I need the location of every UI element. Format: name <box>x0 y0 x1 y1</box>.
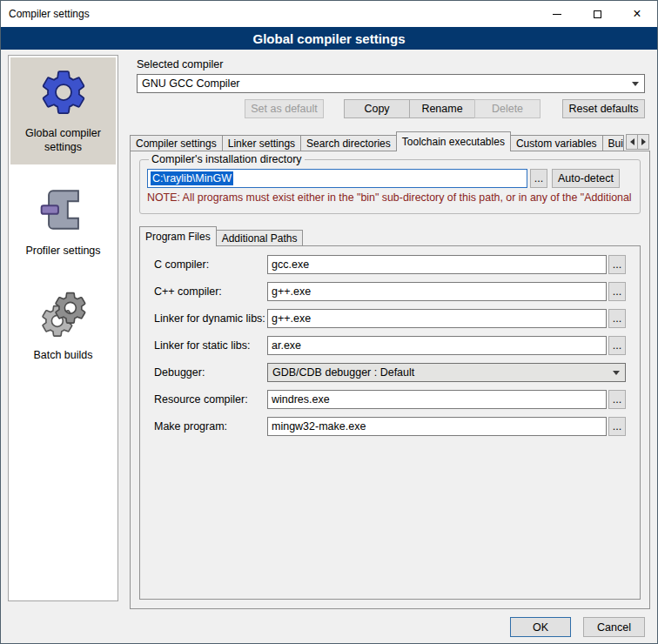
sidebar-item-label: Profiler settings <box>25 245 100 258</box>
linker-dynamic-browse-button[interactable]: ... <box>608 309 626 328</box>
reset-defaults-button[interactable]: Reset defaults <box>562 99 645 118</box>
debugger-select-value: GDB/CDB debugger : Default <box>272 366 414 379</box>
compiler-select[interactable]: GNU GCC Compiler <box>137 74 645 93</box>
cpp-compiler-input[interactable] <box>267 282 607 301</box>
sidebar-item-label: Global compiler settings <box>12 127 114 154</box>
close-icon: × <box>633 7 641 21</box>
tab-custom-variables[interactable]: Custom variables <box>510 135 603 151</box>
field-label: Debugger: <box>154 366 267 379</box>
field-row-make-program: Make program: ... <box>154 417 626 436</box>
sidebar-item-profiler-settings[interactable]: Profiler settings <box>10 175 116 269</box>
auto-detect-button[interactable]: Auto-detect <box>552 169 620 188</box>
ok-button[interactable]: OK <box>510 617 571 637</box>
compiler-settings-dialog: Compiler settings × Global compiler sett… <box>0 0 658 644</box>
field-label: Make program: <box>154 420 267 433</box>
field-label: C compiler: <box>154 258 267 271</box>
field-row-linker-static: Linker for static libs: ... <box>154 336 626 355</box>
settings-category-list: Global compiler settings Profiler settin… <box>8 55 118 601</box>
installation-directory-legend: Compiler's installation directory <box>149 153 305 165</box>
window-title: Compiler settings <box>9 8 90 20</box>
installation-directory-value: C:\raylib\MinGW <box>151 171 233 185</box>
tab-search-directories[interactable]: Search directories <box>300 135 397 151</box>
sidebar-item-batch-builds[interactable]: Batch builds <box>10 279 116 373</box>
chevron-down-icon <box>613 371 620 375</box>
cancel-button[interactable]: Cancel <box>583 617 645 637</box>
tab-linker-settings[interactable]: Linker settings <box>222 135 301 151</box>
tab-scroll-buttons <box>626 134 649 150</box>
delete-button: Delete <box>474 99 540 118</box>
linker-static-input[interactable] <box>267 336 607 355</box>
tab-toolchain-executables[interactable]: Toolchain executables <box>396 131 511 151</box>
minimize-button[interactable] <box>537 1 577 27</box>
dialog-header: Global compiler settings <box>1 27 657 50</box>
field-label: Resource compiler: <box>154 393 267 406</box>
field-row-debugger: Debugger: GDB/CDB debugger : Default <box>154 363 626 382</box>
note-text: NOTE: All programs must exist either in … <box>147 191 633 204</box>
browse-directory-button[interactable]: ... <box>530 169 547 188</box>
subtab-program-files[interactable]: Program Files <box>139 226 217 246</box>
c-compiler-input[interactable] <box>267 255 607 274</box>
gear-blue-icon <box>36 64 91 120</box>
set-as-default-button: Set as default <box>245 99 324 118</box>
c-compiler-browse-button[interactable]: ... <box>608 255 626 274</box>
program-files-page: C compiler: ... C++ compiler: ... Linker… <box>139 245 641 600</box>
arrow-left-icon <box>630 138 634 145</box>
sidebar-item-global-compiler-settings[interactable]: Global compiler settings <box>10 57 116 164</box>
tab-scroll-right-button[interactable] <box>637 134 649 150</box>
make-program-input[interactable] <box>267 417 607 436</box>
arrow-right-icon <box>641 138 646 145</box>
tab-compiler-settings[interactable]: Compiler settings <box>130 135 223 151</box>
maximize-icon <box>594 10 601 18</box>
minimize-icon <box>553 14 561 15</box>
chevron-down-icon <box>632 82 639 86</box>
tab-build-options[interactable]: Buil <box>602 135 624 151</box>
linker-dynamic-input[interactable] <box>267 309 607 328</box>
field-row-c-compiler: C compiler: ... <box>154 255 626 274</box>
field-label: Linker for dynamic libs: <box>154 312 267 325</box>
gears-gray-icon <box>36 286 91 342</box>
subtab-additional-paths[interactable]: Additional Paths <box>216 230 304 246</box>
installation-directory-row: C:\raylib\MinGW ... Auto-detect <box>147 169 633 188</box>
tab-scroll-left-button[interactable] <box>626 134 638 150</box>
cpp-compiler-browse-button[interactable]: ... <box>608 282 626 301</box>
make-program-browse-button[interactable]: ... <box>608 417 626 436</box>
resource-compiler-input[interactable] <box>267 390 607 409</box>
rename-button[interactable]: Rename <box>409 99 475 118</box>
profiler-clamp-icon <box>36 182 91 238</box>
caption-buttons: × <box>537 1 657 27</box>
settings-tabbar: Compiler settings Linker settings Search… <box>130 131 624 151</box>
field-row-resource-compiler: Resource compiler: ... <box>154 390 626 409</box>
toolchain-executables-page: Compiler's installation directory C:\ray… <box>130 151 650 609</box>
linker-static-browse-button[interactable]: ... <box>608 336 626 355</box>
program-files-tabbar: Program Files Additional Paths <box>139 226 303 246</box>
close-button[interactable]: × <box>617 1 657 27</box>
compiler-select-value: GNU GCC Compiler <box>142 77 240 90</box>
field-label: C++ compiler: <box>154 285 267 298</box>
selected-compiler-label: Selected compiler <box>137 58 223 70</box>
titlebar[interactable]: Compiler settings × <box>1 1 657 27</box>
field-label: Linker for static libs: <box>154 339 267 352</box>
copy-button[interactable]: Copy <box>344 99 410 118</box>
installation-directory-input[interactable]: C:\raylib\MinGW <box>147 169 527 188</box>
resource-compiler-browse-button[interactable]: ... <box>608 390 626 409</box>
field-row-cpp-compiler: C++ compiler: ... <box>154 282 626 301</box>
installation-directory-group: Compiler's installation directory C:\ray… <box>139 153 641 214</box>
debugger-select[interactable]: GDB/CDB debugger : Default <box>267 363 626 382</box>
maximize-button[interactable] <box>577 1 617 27</box>
field-row-linker-dynamic: Linker for dynamic libs: ... <box>154 309 626 328</box>
sidebar-item-label: Batch builds <box>33 349 92 363</box>
